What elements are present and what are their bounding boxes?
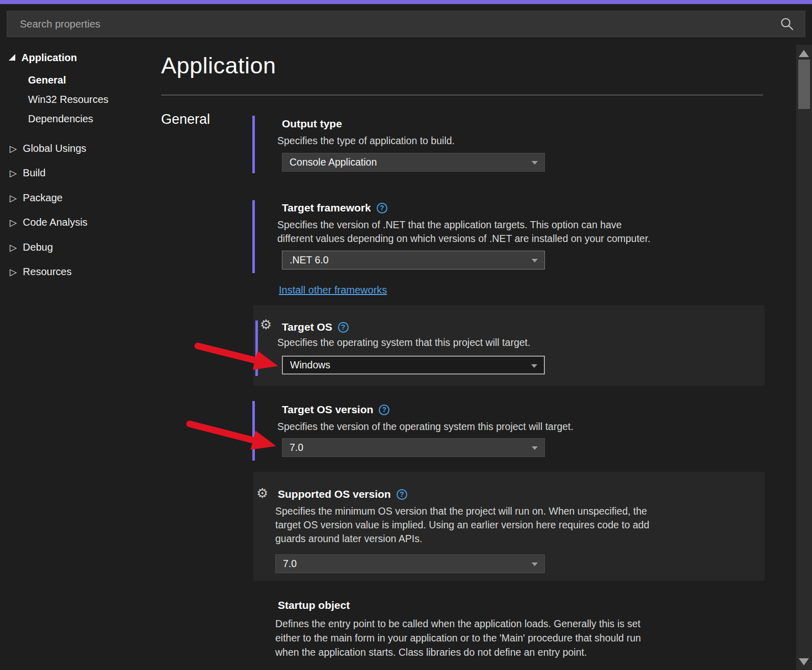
help-icon[interactable]: ? <box>338 322 349 333</box>
supported-os-version-label: Supported OS version <box>278 488 391 500</box>
startup-object-label-row: Startup object <box>278 599 350 611</box>
modified-marker <box>252 116 255 173</box>
gear-icon: ⚙ <box>260 318 272 331</box>
tree-item-label: General <box>28 74 66 86</box>
collapsed-triangle-icon[interactable]: ▷ <box>10 267 17 277</box>
supported-os-version-description: Specifies the minimum OS version that th… <box>275 504 649 546</box>
tree-item-build[interactable]: ▷ Build <box>10 167 45 179</box>
target-framework-select[interactable]: .NET 6.0 <box>282 251 545 270</box>
collapsed-triangle-icon[interactable]: ▷ <box>10 243 17 252</box>
dropdown-caret-icon <box>531 364 537 368</box>
supported-os-version-select[interactable]: 7.0 <box>275 554 545 573</box>
output-type-label-row: Output type <box>282 118 342 130</box>
target-os-version-select[interactable]: 7.0 <box>282 438 545 457</box>
accent-top-bar <box>0 0 812 4</box>
description-line: Specifies the version of .NET that the a… <box>277 219 622 230</box>
modified-marker <box>252 200 255 273</box>
section-label-general: General <box>161 112 210 127</box>
search-input[interactable] <box>7 11 780 37</box>
dropdown-caret-icon <box>532 161 538 165</box>
output-type-description: Specifies the type of application to bui… <box>277 134 455 148</box>
help-icon[interactable]: ? <box>377 203 387 213</box>
scrollbar-down-arrow[interactable] <box>799 658 809 665</box>
target-framework-description: Specifies the version of .NET that the a… <box>277 218 650 246</box>
target-os-value: Windows <box>290 359 330 371</box>
supported-os-version-value: 7.0 <box>283 558 297 570</box>
description-line: Specifies the minimum OS version that th… <box>275 505 647 517</box>
tree-item-dependencies[interactable]: Dependencies <box>28 113 93 125</box>
startup-object-label: Startup object <box>278 599 350 611</box>
tree-item-resources[interactable]: ▷ Resources <box>10 266 71 278</box>
description-line: when the application starts. Class libra… <box>275 647 587 658</box>
tree-item-application[interactable]: Application <box>9 52 77 64</box>
tree-item-win32-resources[interactable]: Win32 Resources <box>28 94 109 105</box>
modified-marker <box>252 401 255 461</box>
description-line: guards around later version APIs. <box>275 533 422 544</box>
tree-item-package[interactable]: ▷ Package <box>10 192 63 204</box>
gear-icon: ⚙ <box>256 487 268 500</box>
modified-marker <box>255 320 258 376</box>
tree-item-label: Dependencies <box>28 113 93 125</box>
title-divider <box>161 95 763 95</box>
collapsed-triangle-icon[interactable]: ▷ <box>10 144 17 153</box>
red-arrow-target-os-version <box>190 424 267 444</box>
tree-item-label: Debug <box>23 242 53 253</box>
description-line: either to the main form in your applicat… <box>275 632 641 644</box>
startup-object-description: Defines the entry point to be called whe… <box>275 617 641 659</box>
description-line: different values depending on which vers… <box>277 233 650 244</box>
target-os-label-row: Target OS ? <box>282 321 349 333</box>
vertical-scrollbar-track[interactable] <box>796 45 812 670</box>
target-os-version-label: Target OS version <box>282 404 373 416</box>
tree-item-label: Global Usings <box>23 143 87 154</box>
target-os-select[interactable]: Windows <box>282 356 545 374</box>
tree-item-label: Build <box>23 167 45 179</box>
help-icon[interactable]: ? <box>379 405 389 415</box>
target-os-label: Target OS <box>282 321 332 333</box>
description-line: target OS version value is implied. Usin… <box>275 519 649 530</box>
vertical-scrollbar-thumb[interactable] <box>798 60 810 109</box>
collapsed-triangle-icon[interactable]: ▷ <box>10 218 17 227</box>
target-os-version-description: Specifies the version of the operating s… <box>277 420 573 434</box>
dropdown-caret-icon <box>532 259 538 262</box>
output-type-select[interactable]: Console Application <box>282 153 545 172</box>
help-icon[interactable]: ? <box>397 489 407 500</box>
description-line: Defines the entry point to be called whe… <box>275 618 641 629</box>
tree-item-global-usings[interactable]: ▷ Global Usings <box>10 143 86 154</box>
search-icon <box>780 17 794 31</box>
output-type-label: Output type <box>282 118 342 130</box>
install-other-frameworks-link[interactable]: Install other frameworks <box>279 284 387 296</box>
target-framework-label: Target framework <box>282 202 371 214</box>
dropdown-caret-icon <box>532 562 538 566</box>
tree-item-general[interactable]: General <box>28 74 66 86</box>
tree-item-label: Code Analysis <box>23 217 88 228</box>
tree-item-label: Package <box>23 192 63 204</box>
scrollbar-up-arrow[interactable] <box>799 50 809 57</box>
tree-item-label: Win32 Resources <box>28 94 109 105</box>
target-os-version-label-row: Target OS version ? <box>282 404 389 416</box>
dropdown-caret-icon <box>532 446 538 450</box>
collapsed-triangle-icon[interactable]: ▷ <box>10 169 17 178</box>
output-type-value: Console Application <box>290 156 377 168</box>
tree-item-debug[interactable]: ▷ Debug <box>10 242 53 253</box>
target-framework-label-row: Target framework ? <box>282 202 387 214</box>
tree-item-label: Resources <box>23 266 72 278</box>
page-title: Application <box>161 52 276 79</box>
tree-item-code-analysis[interactable]: ▷ Code Analysis <box>10 217 88 228</box>
target-os-description: Specifies the operating system that this… <box>277 336 530 350</box>
tree-item-label: Application <box>21 52 77 64</box>
supported-os-version-label-row: Supported OS version ? <box>278 488 407 500</box>
expanded-triangle-icon[interactable] <box>9 54 15 61</box>
collapsed-triangle-icon[interactable]: ▷ <box>10 194 17 203</box>
target-os-version-value: 7.0 <box>290 442 303 453</box>
target-framework-value: .NET 6.0 <box>290 254 329 266</box>
search-bar[interactable] <box>7 11 805 37</box>
